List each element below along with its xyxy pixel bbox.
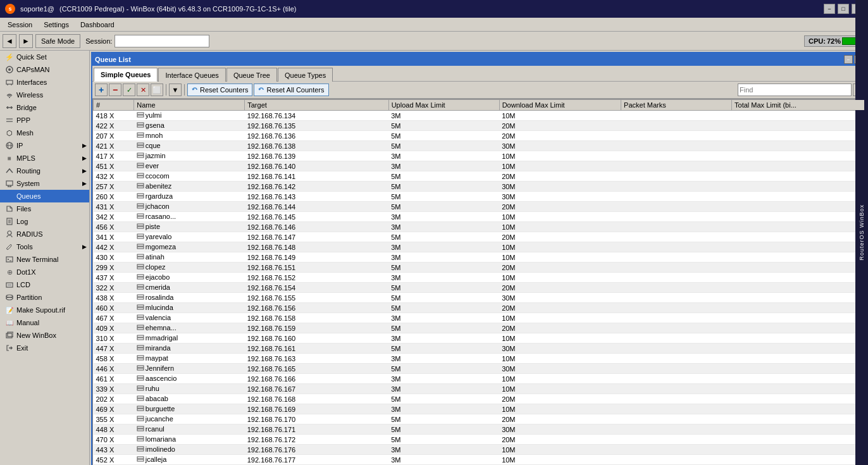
reset-counters-button[interactable]: Reset Counters xyxy=(187,84,252,96)
filter-button[interactable]: ▼ xyxy=(169,84,182,96)
table-row[interactable]: 458 X maypat 192.168.76.163 3M 10M xyxy=(94,354,865,364)
sidebar-item-ppp[interactable]: PPP xyxy=(0,114,89,127)
sidebar-item-new-terminal[interactable]: New Terminal xyxy=(0,253,89,266)
menu-dashboard[interactable]: Dashboard xyxy=(75,20,120,30)
safe-mode-button[interactable]: Safe Mode xyxy=(35,34,80,48)
sidebar-item-mpls[interactable]: ≡ MPLS ▶ xyxy=(0,152,89,164)
table-row[interactable]: 341 X yarevalo 192.168.76.147 5M 20M xyxy=(94,232,865,242)
cell-upload: 5M xyxy=(388,232,499,242)
sidebar-item-queues[interactable]: Queues xyxy=(0,190,89,202)
copy-button[interactable]: ⬜ xyxy=(151,84,163,96)
sidebar-item-interfaces[interactable]: Interfaces xyxy=(0,76,89,89)
table-row[interactable]: 431 X jchacon 192.168.76.144 5M 20M xyxy=(94,202,865,212)
sidebar-item-files[interactable]: Files xyxy=(0,202,89,215)
col-header-num[interactable]: # xyxy=(94,100,134,111)
table-row[interactable]: 460 X mlucinda 192.168.76.156 5M 20M xyxy=(94,303,865,313)
sidebar-item-make-supout[interactable]: 📝 Make Supout.rif xyxy=(0,304,89,316)
table-row[interactable]: 299 X clopez 192.168.76.151 5M 20M xyxy=(94,263,865,273)
table-row[interactable]: 461 X aascencio 192.168.76.166 3M 10M xyxy=(94,374,865,384)
table-row[interactable]: 418 X yulmi 192.168.76.134 3M 10M xyxy=(94,111,865,121)
table-row[interactable]: 470 X lomariana 192.168.76.172 5M 20M xyxy=(94,435,865,445)
table-row[interactable]: 207 X mnoh 192.168.76.136 5M 20M xyxy=(94,131,865,141)
table-row[interactable]: 202 X abacab 192.168.76.168 5M 20M xyxy=(94,394,865,404)
table-row[interactable]: 257 X abenitez 192.168.76.142 5M 30M xyxy=(94,182,865,192)
table-row[interactable]: 355 X jucanche 192.168.76.170 5M 20M xyxy=(94,414,865,425)
col-header-upload[interactable]: Upload Max Limit xyxy=(388,100,499,111)
sidebar-item-radius[interactable]: RADIUS xyxy=(0,228,89,240)
sidebar-item-routing[interactable]: Routing ▶ xyxy=(0,164,89,177)
interfaces-icon xyxy=(5,78,14,87)
queue-table-container[interactable]: # Name Target Upload Max Limit Download … xyxy=(92,99,865,465)
table-row[interactable]: 448 X rcanul 192.168.76.171 5M 30M xyxy=(94,425,865,435)
menu-session[interactable]: Session xyxy=(3,20,37,30)
tab-interface-queues[interactable]: Interface Queues xyxy=(158,68,225,82)
table-row[interactable]: 430 X atinah 192.168.76.149 3M 10M xyxy=(94,252,865,263)
svg-rect-85 xyxy=(137,356,144,357)
enable-button[interactable]: ✓ xyxy=(123,84,135,96)
sidebar-item-ip[interactable]: IP ▶ xyxy=(0,139,89,152)
sidebar-item-quick-set[interactable]: ⚡ Quick Set xyxy=(0,51,89,63)
cell-name: cmerida xyxy=(134,283,245,293)
tab-queue-tree[interactable]: Queue Tree xyxy=(226,68,277,82)
table-row[interactable]: 446 X Jennifern 192.168.76.165 5M 30M xyxy=(94,364,865,374)
add-button[interactable]: + xyxy=(95,84,108,96)
table-row[interactable]: 417 X jazmin 192.168.76.139 3M 10M xyxy=(94,151,865,161)
sidebar-item-system[interactable]: System ▶ xyxy=(0,177,89,190)
table-row[interactable]: 421 X cque 192.168.76.138 5M 30M xyxy=(94,141,865,151)
table-row[interactable]: 467 X valencia 192.168.76.158 3M 10M xyxy=(94,313,865,323)
table-row[interactable]: 322 X cmerida 192.168.76.154 5M 20M xyxy=(94,283,865,293)
table-row[interactable]: 451 X ever 192.168.76.140 3M 10M xyxy=(94,161,865,171)
table-row[interactable]: 409 X ehemna... 192.168.76.159 5M 20M xyxy=(94,323,865,333)
back-button[interactable]: ◄ xyxy=(3,34,16,48)
sidebar-item-new-winbox[interactable]: New WinBox xyxy=(0,329,89,342)
minimize-button[interactable]: − xyxy=(824,4,835,14)
sidebar-item-lcd[interactable]: LCD xyxy=(0,278,89,291)
table-row[interactable]: 456 X piste 192.168.76.146 3M 10M xyxy=(94,222,865,232)
table-row[interactable]: 442 X mgomeza 192.168.76.148 3M 10M xyxy=(94,242,865,252)
sidebar-item-log[interactable]: Log xyxy=(0,215,89,228)
menu-settings[interactable]: Settings xyxy=(39,20,74,30)
col-header-marks[interactable]: Packet Marks xyxy=(621,100,732,111)
disable-button[interactable]: ✕ xyxy=(137,84,149,96)
col-header-download[interactable]: Download Max Limit xyxy=(499,100,621,111)
tab-simple-queues[interactable]: Simple Queues xyxy=(94,68,158,82)
sidebar-item-exit[interactable]: Exit xyxy=(0,342,89,354)
tab-queue-types[interactable]: Queue Types xyxy=(278,68,333,82)
sidebar-item-wireless[interactable]: Wireless xyxy=(0,89,89,101)
sidebar-item-bridge[interactable]: Bridge xyxy=(0,101,89,114)
table-row[interactable]: 310 X mmadrigal 192.168.76.160 3M 10M xyxy=(94,333,865,344)
reset-all-counters-button[interactable]: Reset All Counters xyxy=(254,84,328,96)
table-row[interactable]: 260 X rgarduza 192.168.76.143 5M 30M xyxy=(94,192,865,202)
table-row[interactable]: 437 X ejacobo 192.168.76.152 3M 10M xyxy=(94,273,865,283)
table-row[interactable]: 339 X ruhu 192.168.76.167 3M 10M xyxy=(94,384,865,394)
session-input[interactable] xyxy=(115,35,209,47)
remove-button[interactable]: − xyxy=(109,84,121,96)
cell-num: 467 X xyxy=(94,313,134,323)
table-row[interactable]: 469 X burguette 192.168.76.169 3M 10M xyxy=(94,404,865,414)
table-row[interactable]: 452 X jcalleja 192.168.76.177 3M 10M xyxy=(94,455,865,465)
sidebar-item-capsman[interactable]: CAPsMAN xyxy=(0,63,89,76)
cell-num: 430 X xyxy=(94,252,134,263)
col-header-total[interactable]: Total Max Limit (bi... xyxy=(732,100,865,111)
table-row[interactable]: 432 X ccocom 192.168.76.141 5M 20M xyxy=(94,171,865,182)
cell-download: 30M xyxy=(499,192,621,202)
svg-point-25 xyxy=(8,231,11,235)
col-header-name[interactable]: Name xyxy=(134,100,245,111)
sidebar-item-partition[interactable]: Partition xyxy=(0,291,89,304)
find-input[interactable] xyxy=(738,84,852,96)
maximize-button[interactable]: □ xyxy=(838,4,849,14)
forward-button[interactable]: ► xyxy=(19,34,33,48)
sidebar-item-mesh[interactable]: ⬡ Mesh xyxy=(0,127,89,139)
sidebar-item-dot1x[interactable]: ⊕ Dot1X xyxy=(0,266,89,278)
sidebar-item-manual[interactable]: 📖 Manual xyxy=(0,316,89,329)
queue-min-btn[interactable]: − xyxy=(844,55,853,64)
table-row[interactable]: 422 X gsena 192.168.76.135 5M 20M xyxy=(94,121,865,131)
table-row[interactable]: 438 X rosalinda 192.168.76.155 5M 30M xyxy=(94,293,865,303)
col-header-target[interactable]: Target xyxy=(245,100,388,111)
mpls-icon: ≡ xyxy=(5,154,14,163)
table-row[interactable]: 443 X imolinedo 192.168.76.176 3M 10M xyxy=(94,445,865,455)
cell-name: ever xyxy=(134,161,245,171)
table-row[interactable]: 342 X rcasano... 192.168.76.145 3M 10M xyxy=(94,212,865,222)
sidebar-item-tools[interactable]: Tools ▶ xyxy=(0,240,89,253)
table-row[interactable]: 447 X miranda 192.168.76.161 5M 30M xyxy=(94,344,865,354)
